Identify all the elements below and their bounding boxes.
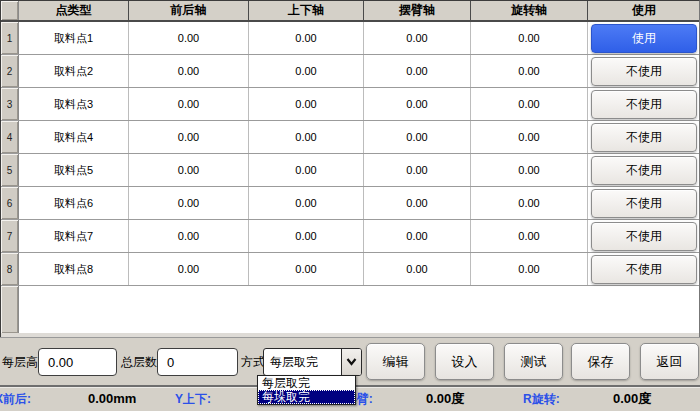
row-number: 1 — [1, 22, 19, 54]
table-header-row: 点类型 前后轴 上下轴 摆臂轴 旋转轴 使用 — [1, 1, 699, 22]
gutter-strip — [1, 286, 19, 333]
use-toggle-button[interactable]: 不使用 — [591, 57, 697, 86]
row-number: 7 — [1, 220, 19, 252]
table-row: 5 取料点5 0.00 0.00 0.00 0.00 不使用 — [1, 154, 699, 187]
rotate-value-cell: 0.00 — [471, 253, 588, 285]
mode-selected-value: 每层取完 — [264, 349, 341, 375]
rotate-axis-label: R旋转: — [523, 387, 560, 411]
up-down-value-cell: 0.00 — [249, 253, 364, 285]
use-toggle-button[interactable]: 不使用 — [591, 222, 697, 251]
front-back-value-cell: 0.00 — [129, 88, 249, 120]
pick-points-table: 点类型 前后轴 上下轴 摆臂轴 旋转轴 使用 1 取料点1 0.00 0.00 … — [0, 0, 700, 337]
swing-value-cell: 0.00 — [364, 187, 471, 219]
front-back-value-cell: 0.00 — [129, 253, 249, 285]
use-toggle-button[interactable]: 不使用 — [591, 255, 697, 284]
point-name-cell: 取料点5 — [19, 154, 129, 186]
table-row: 8 取料点8 0.00 0.00 0.00 0.00 不使用 — [1, 253, 699, 286]
row-number: 4 — [1, 121, 19, 153]
point-name-cell: 取料点4 — [19, 121, 129, 153]
point-name-cell: 取料点6 — [19, 187, 129, 219]
use-cell: 不使用 — [588, 55, 700, 87]
layer-height-input[interactable] — [38, 348, 117, 376]
table-row: 1 取料点1 0.00 0.00 0.00 0.00 使用 — [1, 22, 699, 55]
front-back-value-cell: 0.00 — [129, 220, 249, 252]
point-name-cell: 取料点2 — [19, 55, 129, 87]
up-down-value-cell: 0.00 — [249, 220, 364, 252]
dropdown-option-per-stack[interactable]: 每垛取完 — [258, 390, 355, 404]
front-back-axis-value: 0.00mm — [88, 387, 136, 411]
front-back-value-cell: 0.00 — [129, 55, 249, 87]
edit-button[interactable]: 编辑 — [366, 343, 425, 380]
row-number: 6 — [1, 187, 19, 219]
use-cell: 使用 — [588, 22, 700, 54]
swing-value-cell: 0.00 — [364, 154, 471, 186]
rotate-value-cell: 0.00 — [471, 121, 588, 153]
use-cell: 不使用 — [588, 253, 700, 285]
swing-arm-axis-value: 0.00度 — [426, 387, 464, 411]
up-down-value-cell: 0.00 — [249, 88, 364, 120]
use-toggle-button[interactable]: 不使用 — [591, 123, 697, 152]
rotate-value-cell: 0.00 — [471, 154, 588, 186]
row-number: 3 — [1, 88, 19, 120]
return-button[interactable]: 返回 — [640, 343, 699, 380]
up-down-value-cell: 0.00 — [249, 55, 364, 87]
front-back-value-cell: 0.00 — [129, 154, 249, 186]
col-header-rotate-axis: 旋转轴 — [471, 1, 588, 20]
dropdown-option-per-layer[interactable]: 每层取完 — [258, 376, 355, 390]
use-toggle-button[interactable]: 不使用 — [591, 90, 697, 119]
front-back-value-cell: 0.00 — [129, 187, 249, 219]
front-back-value-cell: 0.00 — [129, 121, 249, 153]
swing-value-cell: 0.00 — [364, 22, 471, 54]
test-button[interactable]: 测试 — [504, 343, 563, 380]
set-in-button[interactable]: 设入 — [435, 343, 494, 380]
col-header-up-down-axis: 上下轴 — [249, 1, 364, 20]
total-layers-input[interactable] — [157, 348, 238, 376]
use-cell: 不使用 — [588, 154, 700, 186]
front-back-axis-label: X前后: — [0, 387, 31, 411]
use-cell: 不使用 — [588, 187, 700, 219]
col-header-swing-arm-axis: 摆臂轴 — [364, 1, 471, 20]
chevron-down-icon[interactable] — [341, 349, 361, 375]
up-down-value-cell: 0.00 — [249, 187, 364, 219]
swing-value-cell: 0.00 — [364, 55, 471, 87]
up-down-value-cell: 0.00 — [249, 22, 364, 54]
swing-value-cell: 0.00 — [364, 88, 471, 120]
mode-select[interactable]: 每层取完 — [263, 348, 362, 376]
col-header-point-type: 点类型 — [19, 1, 129, 20]
col-header-front-back-axis: 前后轴 — [129, 1, 249, 20]
use-cell: 不使用 — [588, 220, 700, 252]
point-name-cell: 取料点8 — [19, 253, 129, 285]
rotate-value-cell: 0.00 — [471, 187, 588, 219]
rotate-value-cell: 0.00 — [471, 88, 588, 120]
table-row: 4 取料点4 0.00 0.00 0.00 0.00 不使用 — [1, 121, 699, 154]
row-number: 8 — [1, 253, 19, 285]
palletizer-teach-screen: 点类型 前后轴 上下轴 摆臂轴 旋转轴 使用 1 取料点1 0.00 0.00 … — [0, 0, 700, 411]
use-cell: 不使用 — [588, 121, 700, 153]
rotate-value-cell: 0.00 — [471, 22, 588, 54]
point-name-cell: 取料点1 — [19, 22, 129, 54]
up-down-value-cell: 0.00 — [249, 121, 364, 153]
rotate-axis-value: 0.00度 — [613, 387, 651, 411]
layer-height-label: 每层高 — [2, 348, 38, 376]
col-header-use: 使用 — [588, 1, 700, 20]
use-toggle-button[interactable]: 使用 — [591, 24, 697, 53]
rotate-value-cell: 0.00 — [471, 55, 588, 87]
total-layers-label: 总层数 — [121, 348, 157, 376]
front-back-value-cell: 0.00 — [129, 22, 249, 54]
point-name-cell: 取料点7 — [19, 220, 129, 252]
mode-label: 方式 — [241, 348, 265, 376]
rotate-value-cell: 0.00 — [471, 220, 588, 252]
table-row: 7 取料点7 0.00 0.00 0.00 0.00 不使用 — [1, 220, 699, 253]
table-corner-cell — [1, 1, 19, 20]
row-number: 5 — [1, 154, 19, 186]
use-toggle-button[interactable]: 不使用 — [591, 156, 697, 185]
swing-value-cell: 0.00 — [364, 253, 471, 285]
table-row: 2 取料点2 0.00 0.00 0.00 0.00 不使用 — [1, 55, 699, 88]
save-button[interactable]: 保存 — [571, 343, 630, 380]
mode-dropdown-list: 每层取完 每垛取完 — [257, 375, 356, 405]
use-toggle-button[interactable]: 不使用 — [591, 189, 697, 218]
use-cell: 不使用 — [588, 88, 700, 120]
swing-value-cell: 0.00 — [364, 121, 471, 153]
up-down-value-cell: 0.00 — [249, 154, 364, 186]
point-name-cell: 取料点3 — [19, 88, 129, 120]
